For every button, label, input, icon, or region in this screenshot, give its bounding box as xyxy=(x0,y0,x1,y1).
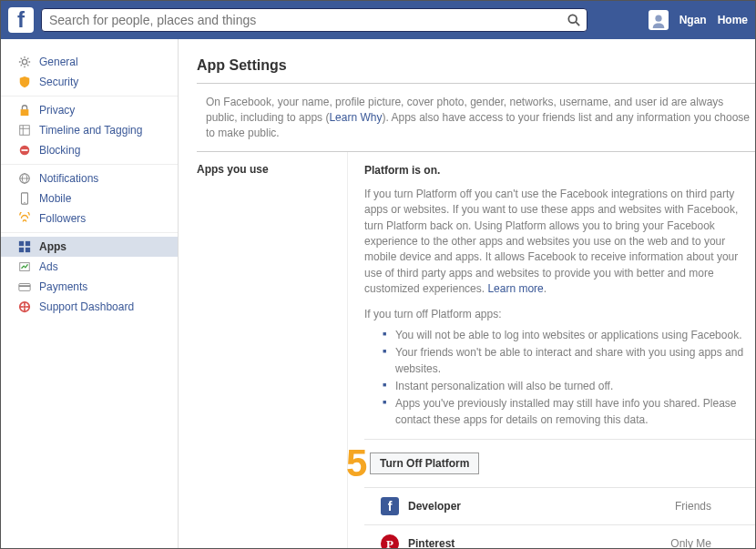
svg-rect-17 xyxy=(26,241,30,246)
sidebar-item-mobile[interactable]: Mobile xyxy=(1,188,178,208)
avatar-icon[interactable] xyxy=(649,10,669,30)
bullet-item: Your friends won't be able to interact a… xyxy=(383,345,755,377)
search-input[interactable] xyxy=(41,8,587,32)
sidebar-item-label: Ads xyxy=(39,260,58,273)
top-right: Ngan Home xyxy=(649,10,748,30)
sidebar-item-label: General xyxy=(39,56,78,68)
bullet-item: Instant personalization will also be tur… xyxy=(383,379,755,394)
apps-icon xyxy=(17,239,32,254)
app-icon-developer: f xyxy=(381,497,399,515)
sidebar-item-followers[interactable]: Followers xyxy=(1,208,178,229)
svg-point-24 xyxy=(23,305,26,309)
turn-off-platform-button[interactable]: Turn Off Platform xyxy=(370,452,479,474)
apps-you-use-section: Apps you use Platform is on. If you turn… xyxy=(197,152,755,548)
svg-text:f: f xyxy=(388,499,393,513)
app-row-developer[interactable]: fDeveloperFriends xyxy=(364,487,755,524)
sidebar-item-label: Apps xyxy=(39,240,66,253)
sidebar-item-support-dashboard[interactable]: Support Dashboard xyxy=(1,297,178,317)
svg-point-4 xyxy=(22,59,26,64)
step-badge-5: 5 xyxy=(346,436,367,492)
sidebar-item-label: Privacy xyxy=(39,104,75,117)
gear-icon xyxy=(17,55,32,69)
lock-icon xyxy=(17,103,32,117)
learn-why-link[interactable]: Learn Why xyxy=(329,111,382,124)
svg-rect-22 xyxy=(19,285,30,287)
topbar: f Ngan Home xyxy=(1,1,755,39)
svg-text:P: P xyxy=(386,537,393,548)
platform-status: Platform is on. xyxy=(364,164,440,177)
section-label: Apps you use xyxy=(197,152,347,548)
svg-rect-10 xyxy=(22,149,28,151)
mobile-icon xyxy=(17,191,32,206)
app-name: Pinterest xyxy=(408,536,455,548)
search-wrap xyxy=(41,8,587,32)
globe-icon xyxy=(17,171,32,186)
sidebar: GeneralSecurityPrivacyTimeline and Taggi… xyxy=(1,39,179,548)
sidebar-item-security[interactable]: Security xyxy=(1,72,178,92)
svg-rect-16 xyxy=(19,241,24,246)
svg-rect-21 xyxy=(19,284,30,291)
sidebar-item-ads[interactable]: Ads xyxy=(1,257,178,277)
page-title: App Settings xyxy=(197,57,755,84)
svg-line-1 xyxy=(576,22,579,25)
app-name: Developer xyxy=(408,499,461,514)
svg-point-15 xyxy=(24,202,25,203)
svg-point-0 xyxy=(568,15,577,23)
app-audience: Friends xyxy=(675,499,739,514)
sidebar-item-label: Timeline and Tagging xyxy=(39,124,142,137)
app-icon-pinterest: P xyxy=(381,534,399,548)
bullet-item: You will not be able to log into website… xyxy=(383,328,755,343)
sidebar-item-label: Payments xyxy=(39,280,87,293)
info-text: On Facebook, your name, profile picture,… xyxy=(197,84,755,152)
sidebar-item-privacy[interactable]: Privacy xyxy=(1,100,178,120)
content: App Settings On Facebook, your name, pro… xyxy=(179,39,755,548)
payments-icon xyxy=(17,280,32,294)
bullet-item: Apps you've previously installed may sti… xyxy=(383,396,755,428)
user-name[interactable]: Ngan xyxy=(679,14,707,26)
sidebar-item-label: Mobile xyxy=(39,192,71,205)
app-audience: Only Me xyxy=(670,536,739,548)
svg-rect-19 xyxy=(26,248,30,252)
sidebar-item-payments[interactable]: Payments xyxy=(1,277,178,297)
sidebar-item-general[interactable]: General xyxy=(1,52,178,72)
svg-rect-5 xyxy=(21,109,29,116)
facebook-logo[interactable]: f xyxy=(8,7,34,33)
support-icon xyxy=(17,300,32,314)
ads-icon xyxy=(17,259,32,274)
search-icon[interactable] xyxy=(567,14,580,29)
app-row-pinterest[interactable]: PPinterestOnly Me xyxy=(364,524,755,548)
timeline-icon xyxy=(17,123,32,137)
sidebar-item-label: Blocking xyxy=(39,144,80,157)
sidebar-item-label: Notifications xyxy=(39,172,98,185)
sidebar-item-apps[interactable]: Apps xyxy=(1,237,178,257)
block-icon xyxy=(17,143,32,158)
home-link[interactable]: Home xyxy=(718,14,748,26)
sidebar-item-label: Followers xyxy=(39,212,86,225)
sidebar-item-timeline-and-tagging[interactable]: Timeline and Tagging xyxy=(1,120,178,140)
sidebar-item-notifications[interactable]: Notifications xyxy=(1,168,178,188)
sidebar-item-label: Security xyxy=(39,76,78,88)
svg-point-3 xyxy=(655,15,661,22)
followers-icon xyxy=(17,211,32,226)
svg-rect-18 xyxy=(19,248,24,252)
section-body: Platform is on. If you turn Platform off… xyxy=(347,152,755,548)
svg-rect-6 xyxy=(20,126,30,136)
sidebar-item-blocking[interactable]: Blocking xyxy=(1,140,178,160)
learn-more-link[interactable]: Learn more xyxy=(487,282,543,295)
sidebar-item-label: Support Dashboard xyxy=(39,300,134,313)
shield-icon xyxy=(17,75,32,89)
